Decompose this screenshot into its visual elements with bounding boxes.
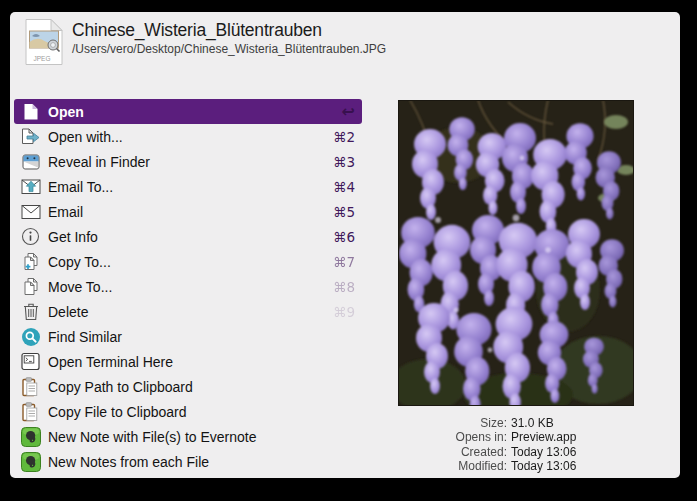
menu-item-email-to[interactable]: Email To... ⌘4 [14, 174, 362, 199]
file-path: /Users/vero/Desktop/Chinese_Wisteria_Blü… [72, 42, 386, 57]
preview-image [398, 100, 634, 406]
return-key-icon: ↩ [342, 102, 355, 121]
shortcut: ⌘6 [333, 229, 355, 245]
menu-item-label: Open Terminal Here [48, 354, 355, 370]
menu-item-label: Delete [48, 304, 333, 320]
menu-item-label: Get Info [48, 229, 333, 245]
info-label: Created: [456, 445, 507, 459]
info-value-created: Today 13:06 [511, 445, 576, 459]
open-with-icon [20, 126, 41, 147]
finder-icon [20, 151, 41, 172]
shortcut: ⌘3 [333, 154, 355, 170]
document-icon [20, 101, 41, 122]
menu-item-label: Email [48, 204, 333, 220]
menu-item-get-info[interactable]: Get Info ⌘6 [14, 224, 362, 249]
menu-item-label: Move To... [48, 279, 333, 295]
menu-item-copy-path-to-clipboard[interactable]: Copy Path to Clipboard [14, 374, 362, 399]
menu-item-label: Copy Path to Clipboard [48, 379, 355, 395]
info-value-modified: Today 13:06 [511, 459, 576, 473]
action-menu: Open ↩ Open with... ⌘2 Reveal in Finder … [14, 99, 362, 474]
menu-item-open-with[interactable]: Open with... ⌘2 [14, 124, 362, 149]
menu-item-label: Find Similar [48, 329, 355, 345]
menu-item-label: Reveal in Finder [48, 154, 333, 170]
menu-item-find-similar[interactable]: Find Similar [14, 324, 362, 349]
menu-item-open-terminal-here[interactable]: Open Terminal Here [14, 349, 362, 374]
info-label: Size: [456, 416, 507, 430]
info-value-opens-in: Preview.app [511, 430, 576, 444]
shortcut: ⌘9 [333, 304, 355, 320]
shortcut: ⌘4 [333, 179, 355, 195]
menu-item-new-notes-from-each-file[interactable]: New Notes from each File [14, 449, 362, 474]
trash-icon [20, 301, 41, 322]
move-to-icon [20, 276, 41, 297]
menu-item-new-note-to-evernote[interactable]: New Note with File(s) to Evernote [14, 424, 362, 449]
menu-item-label: Copy File to Clipboard [48, 404, 355, 420]
menu-item-reveal-in-finder[interactable]: Reveal in Finder ⌘3 [14, 149, 362, 174]
svg-text:JPEG: JPEG [34, 55, 51, 62]
evernote-icon [20, 451, 41, 472]
menu-item-label: New Notes from each File [48, 454, 355, 470]
menu-item-email[interactable]: Email ⌘5 [14, 199, 362, 224]
menu-item-label: Open with... [48, 129, 333, 145]
menu-item-delete[interactable]: Delete ⌘9 [14, 299, 362, 324]
file-title: Chinese_Wisteria_Blütentrauben [72, 18, 386, 42]
evernote-icon [20, 426, 41, 447]
terminal-icon [20, 351, 41, 372]
shortcut: ⌘7 [333, 254, 355, 270]
menu-item-copy-to[interactable]: Copy To... ⌘7 [14, 249, 362, 274]
header: JPEG Chinese_Wisteria_Blütentrauben /Use… [24, 16, 386, 68]
info-icon [20, 226, 41, 247]
menu-item-label: Copy To... [48, 254, 333, 270]
file-info-panel: Size: 31.0 KB Opens in: Preview.app Crea… [398, 416, 634, 474]
email-to-icon [20, 176, 41, 197]
menu-item-open[interactable]: Open ↩ [14, 99, 362, 124]
menu-item-label: New Note with File(s) to Evernote [48, 429, 355, 445]
info-value-size: 31.0 KB [511, 416, 576, 430]
clipboard-icon [20, 376, 41, 397]
shortcut: ⌘8 [333, 279, 355, 295]
shortcut: ⌘2 [333, 129, 355, 145]
file-action-popup: JPEG Chinese_Wisteria_Blütentrauben /Use… [10, 12, 680, 478]
copy-to-icon [20, 251, 41, 272]
menu-item-label: Email To... [48, 179, 333, 195]
find-similar-icon [20, 326, 41, 347]
menu-item-copy-file-to-clipboard[interactable]: Copy File to Clipboard [14, 399, 362, 424]
info-label: Modified: [456, 459, 507, 473]
menu-item-move-to[interactable]: Move To... ⌘8 [14, 274, 362, 299]
envelope-icon [20, 201, 41, 222]
screen-background: JPEG Chinese_Wisteria_Blütentrauben /Use… [0, 0, 697, 501]
info-label: Opens in: [456, 430, 507, 444]
shortcut: ⌘5 [333, 204, 355, 220]
clipboard-icon [20, 401, 41, 422]
menu-item-label: Open [48, 104, 342, 120]
jpeg-file-icon: JPEG [24, 18, 64, 66]
